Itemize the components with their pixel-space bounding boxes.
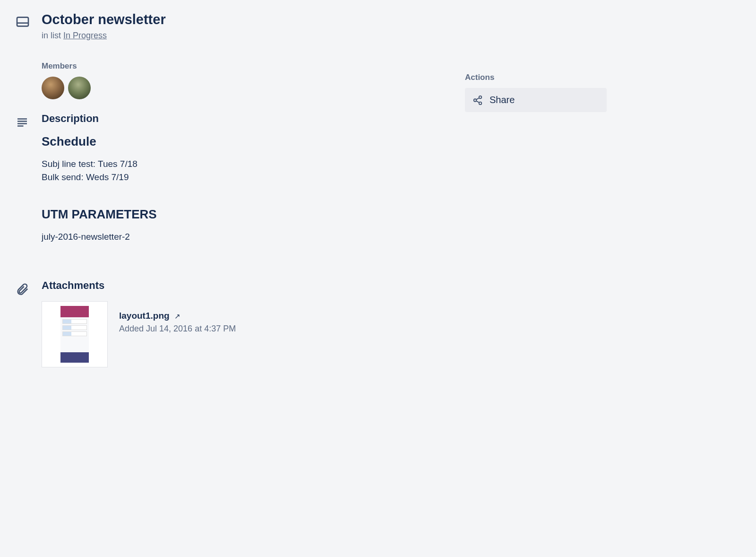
in-list-prefix: in list: [42, 31, 63, 40]
description-body[interactable]: Schedule Subj line test: Tues 7/18 Bulk …: [42, 134, 450, 244]
in-list-text: in list In Progress: [42, 31, 450, 41]
description-icon: [15, 113, 31, 267]
members-label: Members: [42, 61, 450, 71]
attachment-thumbnail[interactable]: [42, 301, 108, 367]
share-icon: [472, 95, 483, 105]
member-avatar-1[interactable]: [42, 77, 64, 99]
attachment-item[interactable]: layout1.png ↗ Added Jul 14, 2016 at 4:37…: [42, 301, 450, 367]
svg-line-9: [476, 97, 479, 99]
actions-label: Actions: [465, 73, 607, 82]
svg-rect-0: [17, 17, 28, 26]
description-section-title: Description: [42, 113, 450, 125]
card-title[interactable]: October newsletter: [42, 11, 450, 28]
attachment-meta: Added Jul 14, 2016 at 4:37 PM: [119, 324, 236, 334]
svg-point-7: [474, 99, 477, 102]
external-link-icon[interactable]: ↗: [174, 312, 180, 320]
desc-line: july-2016-newsletter-2: [42, 230, 450, 244]
card-icon: [15, 11, 31, 99]
attachment-name[interactable]: layout1.png: [119, 311, 170, 321]
desc-heading-utm: UTM PARAMETERS: [42, 207, 450, 222]
attachments-icon: [15, 279, 31, 367]
in-list-link[interactable]: In Progress: [63, 31, 107, 40]
desc-line: Subj line test: Tues 7/18: [42, 157, 450, 171]
desc-line: Bulk send: Weds 7/19: [42, 171, 450, 184]
desc-heading-schedule: Schedule: [42, 134, 450, 149]
attachments-section-title: Attachments: [42, 279, 450, 292]
svg-line-10: [476, 101, 479, 103]
svg-point-6: [479, 96, 482, 98]
share-label: Share: [490, 95, 515, 105]
member-avatar-2[interactable]: [68, 77, 91, 99]
svg-point-8: [479, 102, 482, 104]
members-row: [42, 77, 450, 99]
share-button[interactable]: Share: [465, 88, 607, 112]
